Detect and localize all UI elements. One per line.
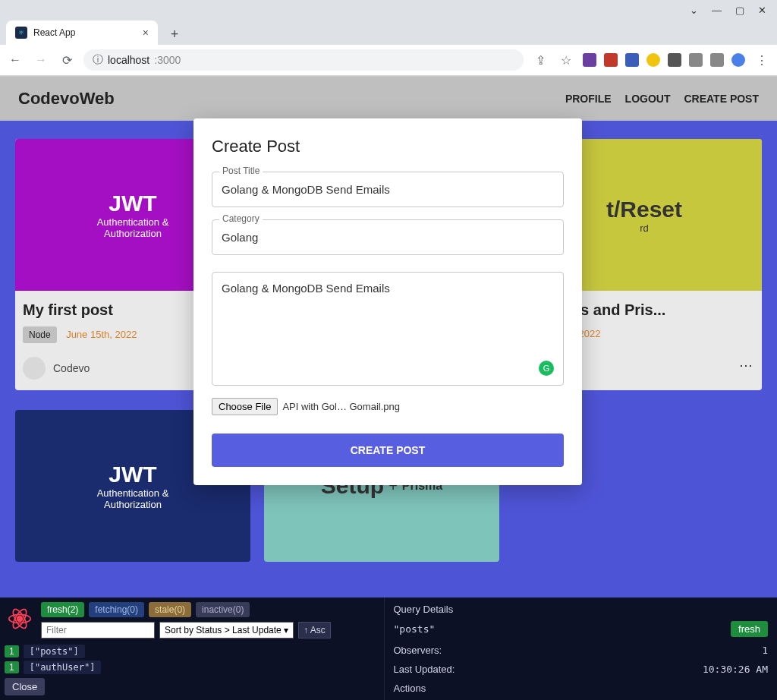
observers-value: 1 <box>762 645 768 656</box>
chevron-down-icon[interactable]: ⌄ <box>690 5 698 16</box>
address-bar[interactable]: ⓘ localhost:3000 <box>83 49 524 71</box>
post-title-label: Post Title <box>219 166 263 176</box>
react-query-logo-icon[interactable] <box>5 604 35 634</box>
window-minimize-button[interactable]: — <box>712 5 722 16</box>
textarea-content: Golang & MongoDB Send Emails <box>222 282 390 295</box>
extension-icon[interactable] <box>604 53 618 67</box>
avatar <box>23 357 46 380</box>
image-text: Authorization <box>104 499 162 510</box>
forward-button[interactable]: → <box>32 51 50 69</box>
image-text: JWT <box>109 191 156 216</box>
status-pill: fresh <box>731 621 768 637</box>
image-text: Authentication & <box>97 487 169 499</box>
image-text: JWT <box>109 462 156 487</box>
image-text: rd <box>640 222 649 234</box>
category-label: Category <box>219 213 263 224</box>
author-name: Codevo <box>53 362 90 374</box>
url-port: :3000 <box>154 54 181 66</box>
content-textarea[interactable]: Golang & MongoDB Send Emails G <box>212 272 564 386</box>
nav-logout[interactable]: LOGOUT <box>625 93 671 105</box>
extension-icon[interactable] <box>625 53 639 67</box>
side-panel-icon[interactable] <box>710 53 724 67</box>
fetching-badge[interactable]: fetching(0) <box>89 602 144 617</box>
filter-input[interactable] <box>41 622 155 639</box>
brand-logo[interactable]: CodevoWeb <box>18 89 115 109</box>
sort-select[interactable]: Sort by Status > Last Update ▾ <box>159 622 294 639</box>
file-name-text: API with Gol… Gomail.png <box>282 401 400 412</box>
nav-create-post[interactable]: CREATE POST <box>684 93 759 105</box>
last-updated-value: 10:30:26 AM <box>703 664 768 675</box>
query-details-heading: Query Details <box>394 604 769 615</box>
post-title-input[interactable] <box>212 172 564 207</box>
extensions-area <box>583 53 745 67</box>
query-key: ["posts"] <box>24 645 85 658</box>
query-row[interactable]: 1 ["posts"] <box>5 645 379 658</box>
create-post-submit-button[interactable]: CREATE POST <box>212 434 564 467</box>
new-tab-button[interactable]: + <box>164 24 185 45</box>
bookmark-icon[interactable]: ☆ <box>557 51 575 69</box>
extension-icon[interactable] <box>646 53 660 67</box>
category-input[interactable] <box>212 219 564 255</box>
image-text: Authorization <box>104 228 162 239</box>
create-post-modal: Create Post Post Title Category Golang &… <box>193 118 582 485</box>
tab-title: React App <box>33 27 75 38</box>
actions-heading: Actions <box>394 683 769 694</box>
observers-label: Observers: <box>394 645 442 656</box>
more-menu-icon[interactable]: ⋮ <box>753 51 771 69</box>
more-icon[interactable]: ⋯ <box>739 357 754 374</box>
query-count: 1 <box>5 645 19 657</box>
query-row[interactable]: 1 ["authUser"] <box>5 661 379 674</box>
query-key-value: "posts" <box>394 623 436 635</box>
asc-toggle[interactable]: ↑ Asc <box>298 622 331 639</box>
window-close-button[interactable]: ✕ <box>758 5 766 16</box>
devtools-close-button[interactable]: Close <box>5 678 45 695</box>
app-header: CodevoWeb PROFILE LOGOUT CREATE POST <box>0 77 777 121</box>
profile-icon[interactable] <box>731 53 745 67</box>
image-text: Authentication & <box>97 216 169 228</box>
browser-chrome: ⌄ — ▢ ✕ ⚛ React App × + ← → ⟳ ⓘ localhos… <box>0 0 777 77</box>
fresh-badge[interactable]: fresh(2) <box>41 602 84 617</box>
post-tag: Node <box>23 326 57 343</box>
react-query-devtools: fresh(2) fetching(0) stale(0) inactive(0… <box>0 598 777 700</box>
choose-file-button[interactable]: Choose File <box>212 398 278 415</box>
extensions-menu-icon[interactable] <box>668 53 681 67</box>
last-updated-label: Last Updated: <box>394 664 455 675</box>
stale-badge[interactable]: stale(0) <box>149 602 191 617</box>
url-host: localhost <box>108 54 149 66</box>
query-key: ["authUser"] <box>24 661 102 674</box>
inactive-badge[interactable]: inactive(0) <box>196 602 250 617</box>
query-count: 1 <box>5 661 19 673</box>
nav-profile[interactable]: PROFILE <box>565 93 612 105</box>
reload-button[interactable]: ⟳ <box>58 51 76 69</box>
post-date: June 15th, 2022 <box>66 329 137 340</box>
tab-close-icon[interactable]: × <box>143 27 149 39</box>
back-button[interactable]: ← <box>6 51 24 69</box>
window-maximize-button[interactable]: ▢ <box>735 5 744 16</box>
share-icon[interactable]: ⇪ <box>531 51 549 69</box>
info-icon: ⓘ <box>93 53 103 67</box>
modal-heading: Create Post <box>212 137 564 156</box>
labs-icon[interactable] <box>689 53 703 67</box>
svg-point-0 <box>17 616 24 623</box>
browser-tab[interactable]: ⚛ React App × <box>6 20 158 45</box>
image-text: t/Reset <box>606 197 682 222</box>
favicon-icon: ⚛ <box>15 27 27 39</box>
extension-icon[interactable] <box>583 53 596 67</box>
grammarly-icon[interactable]: G <box>539 361 554 376</box>
